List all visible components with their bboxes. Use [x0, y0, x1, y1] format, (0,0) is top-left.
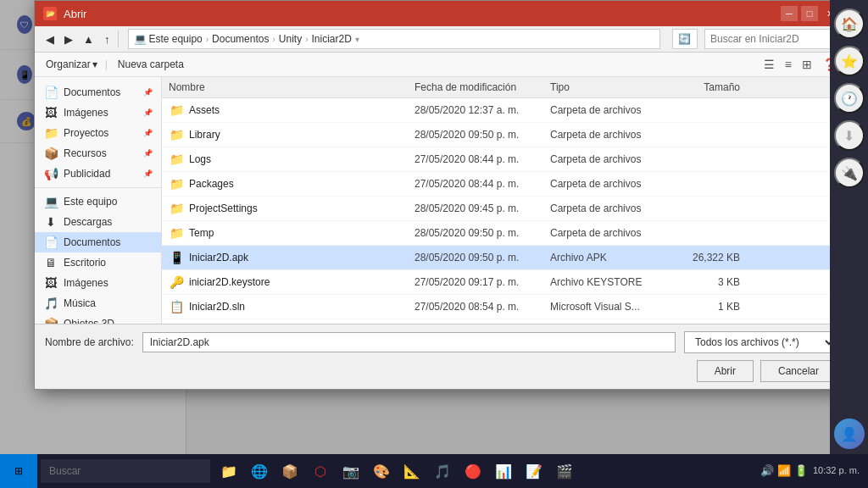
- opera-avatar[interactable]: 👤: [834, 419, 865, 449]
- nav-item-publicidad[interactable]: 📢 Publicidad 📌: [35, 164, 161, 184]
- back-button[interactable]: ◀: [42, 30, 58, 48]
- taskbar-icon-7[interactable]: 📐: [398, 454, 426, 488]
- file-type: Carpeta de archivos: [543, 175, 679, 193]
- address-computer-icon: 💻: [134, 33, 147, 45]
- taskbar-icon-9[interactable]: 🔴: [459, 454, 487, 488]
- nav-icon-documentos-1: 📄: [43, 86, 58, 99]
- file-size: [679, 156, 747, 163]
- table-row[interactable]: 📁 Library 28/05/2020 09:50 p. m. Carpeta…: [162, 123, 847, 147]
- nav-pin-documentos-1: 📌: [143, 88, 153, 97]
- nav-item-documentos-1[interactable]: 📄 Documentos 📌: [35, 82, 161, 103]
- table-row[interactable]: 📁 Temp 28/05/2020 09:50 p. m. Carpeta de…: [162, 221, 847, 246]
- file-icon: 📁: [169, 103, 184, 117]
- nav-label-recursos: Recursos: [64, 147, 107, 159]
- file-type: Carpeta de archivos: [543, 199, 679, 218]
- file-type: Carpeta de archivos: [543, 125, 679, 144]
- nav-item-imagenes-2[interactable]: 🖼 Imágenes: [35, 273, 161, 293]
- tray-icon-2: 📶: [777, 464, 791, 477]
- tray-icon-3: 🔋: [794, 464, 808, 477]
- table-row[interactable]: 📁 Logs 27/05/2020 08:44 p. m. Carpeta de…: [162, 147, 847, 172]
- maximize-button[interactable]: □: [801, 6, 818, 21]
- taskbar-search[interactable]: [41, 459, 210, 483]
- open-button[interactable]: Abrir: [697, 360, 754, 382]
- nav-item-recursos[interactable]: 📦 Recursos 📌: [35, 143, 161, 164]
- taskbar-icon-12[interactable]: 🎬: [551, 454, 578, 488]
- col-header-date[interactable]: Fecha de modificación: [408, 77, 543, 97]
- nav-item-imagenes-1[interactable]: 🖼 Imágenes 📌: [35, 103, 161, 123]
- taskbar-time: 10:32 p. m.: [813, 464, 860, 477]
- taskbar-icon-8[interactable]: 🎵: [429, 454, 456, 488]
- col-header-size[interactable]: Tamaño: [679, 77, 747, 97]
- address-segment-unity[interactable]: Unity: [279, 33, 302, 45]
- address-segment-iniciar[interactable]: Iniciar2D: [312, 33, 352, 45]
- nav-pin-publicidad: 📌: [143, 169, 153, 178]
- new-folder-button[interactable]: Nueva carpeta: [111, 57, 191, 72]
- col-header-type[interactable]: Tipo: [543, 77, 679, 97]
- table-row[interactable]: 📋 Iniciar2D.sln 27/05/2020 08:54 p. m. M…: [162, 295, 847, 319]
- taskbar-icon-3[interactable]: 📦: [276, 454, 303, 488]
- nav-item-musica[interactable]: 🎵 Música: [35, 293, 161, 313]
- nav-icon-equipo: 💻: [43, 195, 58, 208]
- nav-pin-proyectos: 📌: [143, 129, 153, 137]
- taskbar-icon-2[interactable]: 🌐: [246, 454, 273, 488]
- address-segment-computer[interactable]: 💻 Este equipo: [134, 33, 202, 45]
- refresh-button[interactable]: ↑: [100, 30, 114, 48]
- address-refresh[interactable]: 🔄: [672, 29, 698, 49]
- table-row[interactable]: 📁 ProjectSettings 28/05/2020 09:45 p. m.…: [162, 197, 847, 221]
- table-row[interactable]: 📁 Assets 28/05/2020 12:37 a. m. Carpeta …: [162, 98, 847, 123]
- taskbar-icon-5[interactable]: 📷: [337, 454, 364, 488]
- opera-history-button[interactable]: 🕐: [834, 83, 865, 114]
- cancel-button[interactable]: Cancelar: [760, 360, 837, 382]
- opera-home-button[interactable]: 🏠: [834, 8, 865, 39]
- taskbar-right: 🔊 📶 🔋 10:32 p. m.: [760, 464, 868, 477]
- file-icon: 📁: [169, 226, 184, 240]
- taskbar-icon-4[interactable]: ⬡: [307, 454, 334, 488]
- nav-label-equipo: Este equipo: [64, 196, 117, 208]
- address-bar[interactable]: 💻 Este equipo › Documentos › Unity › Ini…: [128, 29, 660, 49]
- taskbar-icon-10[interactable]: 📊: [490, 454, 517, 488]
- file-icon: 📁: [169, 202, 184, 215]
- nav-item-descargas[interactable]: ⬇ Descargas: [35, 212, 161, 232]
- file-type: Archivo APK: [543, 248, 679, 267]
- start-button[interactable]: ⊞: [0, 454, 37, 488]
- filename-input[interactable]: [142, 332, 676, 352]
- nav-item-escritorio[interactable]: 🖥 Escritorio: [35, 252, 161, 273]
- view-list-button[interactable]: ☰: [760, 56, 778, 73]
- taskbar-icon-1[interactable]: 📁: [215, 454, 242, 488]
- file-size: [679, 205, 747, 212]
- view-details-button[interactable]: ≡: [782, 56, 795, 73]
- address-arrow-3: ›: [305, 35, 308, 44]
- nav-icon-imagenes-2: 🖼: [43, 276, 58, 290]
- nav-item-equipo[interactable]: 💻 Este equipo: [35, 191, 161, 212]
- nav-icon-proyectos: 📁: [43, 126, 58, 140]
- tray-icon-1: 🔊: [760, 464, 774, 477]
- opera-bookmarks-button[interactable]: ⭐: [834, 46, 865, 76]
- search-box[interactable]: 🔍: [704, 29, 840, 49]
- table-row[interactable]: 📁 Packages 27/05/2020 08:44 p. m. Carpet…: [162, 172, 847, 197]
- filetype-select[interactable]: Todos los archivos (*.*): [684, 331, 837, 353]
- minimize-button[interactable]: ─: [781, 6, 798, 21]
- dialog-app-icon: 📂: [43, 7, 57, 20]
- file-size: [679, 131, 747, 138]
- table-row[interactable]: 🔑 iniciar2D.keystore 27/05/2020 09:17 p.…: [162, 270, 847, 295]
- view-tiles-button[interactable]: ⊞: [798, 56, 815, 73]
- address-dropdown[interactable]: ▾: [355, 35, 359, 44]
- address-iniciar-label: Iniciar2D: [312, 33, 352, 45]
- table-row[interactable]: 📱 Iniciar2D.apk 28/05/2020 09:50 p. m. A…: [162, 246, 847, 270]
- up-button[interactable]: ▲: [79, 30, 98, 48]
- address-segment-docs[interactable]: Documentos: [212, 33, 269, 45]
- taskbar-icon-11[interactable]: 📝: [520, 454, 548, 488]
- file-name: Temp: [189, 227, 214, 239]
- nav-item-proyectos[interactable]: 📁 Proyectos 📌: [35, 123, 161, 143]
- organize-button[interactable]: Organizar ▾: [42, 57, 102, 72]
- taskbar-icon-6[interactable]: 🎨: [368, 454, 395, 488]
- opera-extensions-button[interactable]: 🔌: [834, 158, 865, 188]
- opera-downloads-button[interactable]: ⬇: [834, 120, 865, 151]
- search-input[interactable]: [710, 33, 837, 45]
- nav-item-documentos-2[interactable]: 📄 Documentos: [35, 232, 161, 252]
- forward-button[interactable]: ▶: [60, 30, 77, 48]
- col-header-name[interactable]: Nombre: [162, 77, 408, 97]
- nav-item-objetos3d[interactable]: 📦 Objetos 3D: [35, 313, 161, 324]
- taskbar-icons: 📁 🌐 📦 ⬡ 📷 🎨 📐 🎵 🔴 📊 📝 🎬: [215, 454, 578, 488]
- file-date: 27/05/2020 08:44 p. m.: [408, 175, 543, 193]
